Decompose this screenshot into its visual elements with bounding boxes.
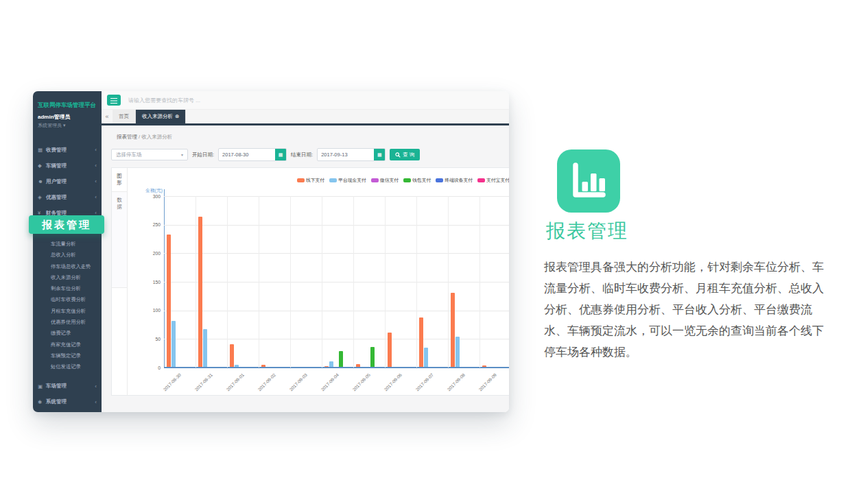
caret-down-icon: ▾ [181,152,183,157]
end-date-label: 结束日期: [291,152,313,158]
promo-title: 报表管理 [546,218,628,244]
bar-钱包支付 [370,347,375,367]
sidebar-submenu-item[interactable]: 总收入分析 [33,250,102,261]
breadcrumb-separator: / [139,134,140,140]
gridline-vertical [353,196,354,368]
sidebar-submenu-item[interactable]: 收入来源分析 [33,272,102,283]
chevron-left-icon: ‹ [95,194,97,200]
calendar-icon[interactable]: ▦ [374,149,385,160]
chevron-left-icon: ‹ [95,383,97,389]
legend-item[interactable]: 终端设备支付 [436,177,473,184]
bar-线下支付 [388,333,392,367]
breadcrumb-section[interactable]: 报表管理 [117,134,137,140]
y-tick-label: 100 [145,308,161,313]
sidebar-submenu-item[interactable]: 车流量分析 [33,239,102,250]
legend-swatch [329,178,337,182]
sidebar-item-label: 车辆管理 [46,163,95,169]
sidebar-submenu: 车流量分析总收入分析停车场总收入走势收入来源分析剩余车位分析临时车收费分析月租车… [33,237,102,376]
sidebar-item[interactable]: ▣车场管理‹ [33,379,102,394]
y-tick-label: 0 [145,365,161,370]
chart-legend: 线下支付平台现金支付微信支付钱包支付终端设备支付支付宝支付 [128,176,509,184]
legend-item[interactable]: 线下支付 [297,177,324,184]
tab-active[interactable]: 收入来源分析⊗ [136,110,186,123]
start-date-label: 开始日期: [192,152,214,158]
sidebar-item[interactable]: ▦收费管理‹ [33,142,102,158]
tab-page[interactable]: 首页 [113,110,136,123]
tab-label: 首页 [119,113,129,119]
bar-平台现金支付 [171,321,176,367]
sidebar-item[interactable]: ◈优惠管理‹ [33,189,102,205]
y-axis-label: 金额(元) [134,187,163,194]
end-date-input[interactable]: 2017-09-13 ▦ [317,148,386,161]
bar-平台现金支付 [455,337,460,367]
y-tick-label: 250 [145,222,161,227]
sidebar-submenu-item[interactable]: 月租车充值分析 [33,306,102,317]
sidebar: 互联网停车场管理平台 admin管理员 系统管理员 ▾ ▦收费管理‹◆车辆管理‹… [33,91,102,412]
x-tick-label: 2017-09-04 [310,372,340,402]
legend-label: 线下支付 [306,177,324,184]
sidebar-submenu-item[interactable]: 临时车收费分析 [33,294,102,305]
sidebar-submenu-item[interactable]: 商家充值记录 [33,339,102,350]
x-tick-label: 2017-09-08 [436,372,466,402]
hamburger-menu-button[interactable] [107,95,121,106]
parking-lot-select[interactable]: 选择停车场 ▾ [111,149,188,160]
app-window: 互联网停车场管理平台 admin管理员 系统管理员 ▾ ▦收费管理‹◆车辆管理‹… [33,91,509,412]
bar-线下支付 [230,344,234,367]
start-date-input[interactable]: 2017-08-30 ▦ [218,148,287,161]
tab-bar: « 首页收入来源分析⊗ [102,110,509,123]
chart-panel: 图形 数据 线下支付平台现金支付微信支付钱包支付终端设备支付支付宝支付 金额(元… [111,167,509,396]
bar-钱包支付 [339,351,343,367]
tab-data[interactable]: 数据 [112,192,127,288]
sidebar-submenu-item[interactable]: 缴费记录 [33,328,102,339]
legend-swatch [297,178,305,182]
x-tick-label: 2017-09-05 [342,372,371,402]
sidebar-submenu-item[interactable]: 剩余车位分析 [33,283,102,294]
active-menu-callout[interactable]: 报表管理 [29,215,104,234]
legend-item[interactable]: 支付宝支付 [477,177,509,184]
tab-graph[interactable]: 图形 [112,168,127,192]
parking-lot-icon: ▣ [38,383,46,389]
legend-label: 终端设备支付 [445,177,473,184]
chevron-left-icon: ‹ [95,178,97,184]
y-tick-label: 50 [145,337,161,341]
sidebar-submenu-item[interactable]: 优惠券使用分析 [33,317,102,328]
legend-item[interactable]: 钱包支付 [403,177,431,184]
bar-线下支付 [261,365,265,367]
fees-icon: ▦ [38,147,46,153]
sidebar-item-label: 优惠管理 [46,194,95,201]
query-button[interactable]: 查 询 [390,149,420,160]
legend-item[interactable]: 平台现金支付 [329,177,366,184]
y-tick-label: 300 [145,194,161,199]
sidebar-submenu-item[interactable]: 短信发送记录 [33,361,102,372]
promo-description: 报表管理具备强大的分析功能，针对剩余车位分析、车流量分析、临时车收费分析、月租车… [544,256,832,363]
close-tab-icon[interactable]: ⊗ [175,113,179,119]
search-input[interactable] [127,97,281,104]
bar-线下支付 [482,365,486,367]
chart-area: 线下支付平台现金支付微信支付钱包支付终端设备支付支付宝支付 金额(元) 0501… [128,168,509,395]
x-tick-label: 2017-09-01 [215,372,245,402]
topbar [102,91,509,110]
sidebar-submenu-item[interactable]: 车辆预定记录 [33,350,102,361]
x-tick-label: 2017-09-07 [405,372,434,402]
sidebar-item-label: 系统管理 [46,398,95,405]
gridline-vertical [259,196,259,368]
panel-side-tabs: 图形 数据 [112,168,128,395]
legend-item[interactable]: 微信支付 [371,177,399,184]
sidebar-submenu-item[interactable]: 停车场总收入走势 [33,261,102,272]
sidebar-item[interactable]: ✱系统管理‹ [33,394,102,410]
breadcrumb-page: 收入来源分析 [141,134,172,140]
calendar-icon[interactable]: ▦ [275,149,286,160]
breadcrumb: 报表管理 / 收入来源分析 [111,134,509,141]
legend-label: 微信支付 [380,177,399,184]
gridline-horizontal [164,282,509,283]
gridline-horizontal [164,225,509,226]
x-tick-label: 2017-08-31 [184,372,213,402]
brand-title: 互联网停车场管理平台 [33,91,102,112]
sidebar-item[interactable]: ◆车辆管理‹ [33,158,102,173]
sidebar-item[interactable]: ☻用户管理‹ [33,173,102,189]
collapse-tabs-icon[interactable]: « [102,110,113,123]
x-tick-label: 2017-09-06 [373,372,403,402]
chart-plot: 金额(元) 0501001502002503002017-08-302017-0… [164,196,509,368]
user-role-dropdown[interactable]: 系统管理员 ▾ [33,121,102,130]
report-management-app-icon [557,149,620,213]
